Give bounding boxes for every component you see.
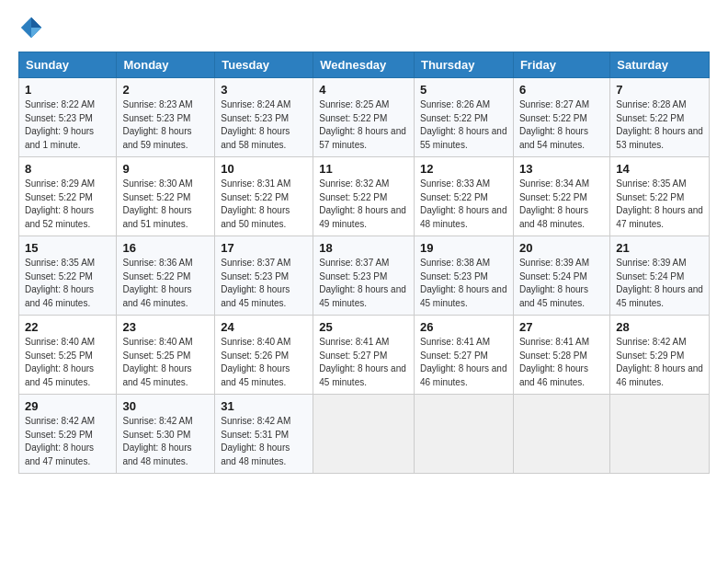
day-number: 15 xyxy=(25,241,110,255)
calendar-cell: 13Sunrise: 8:34 AM Sunset: 5:22 PM Dayli… xyxy=(513,157,609,236)
day-number: 9 xyxy=(122,162,209,176)
calendar-cell: 24Sunrise: 8:40 AM Sunset: 5:26 PM Dayli… xyxy=(215,316,313,395)
day-number: 5 xyxy=(420,83,507,97)
day-number: 25 xyxy=(319,320,408,334)
calendar-table: SundayMondayTuesdayWednesdayThursdayFrid… xyxy=(18,52,710,474)
calendar-cell: 18Sunrise: 8:37 AM Sunset: 5:23 PM Dayli… xyxy=(313,236,415,316)
calendar-cell: 31Sunrise: 8:42 AM Sunset: 5:31 PM Dayli… xyxy=(215,395,313,474)
day-info: Sunrise: 8:23 AM Sunset: 5:23 PM Dayligh… xyxy=(122,98,209,152)
calendar-cell: 20Sunrise: 8:39 AM Sunset: 5:24 PM Dayli… xyxy=(513,236,609,316)
calendar-header-sunday: Sunday xyxy=(19,52,117,78)
day-number: 12 xyxy=(420,162,507,176)
calendar-week-5: 29Sunrise: 8:42 AM Sunset: 5:29 PM Dayli… xyxy=(19,395,710,474)
calendar-cell xyxy=(414,395,513,474)
calendar-cell: 14Sunrise: 8:35 AM Sunset: 5:22 PM Dayli… xyxy=(610,157,710,236)
day-number: 26 xyxy=(420,320,507,334)
day-info: Sunrise: 8:40 AM Sunset: 5:25 PM Dayligh… xyxy=(122,336,209,389)
day-number: 22 xyxy=(25,320,110,334)
day-info: Sunrise: 8:31 AM Sunset: 5:22 PM Dayligh… xyxy=(221,178,307,231)
day-info: Sunrise: 8:37 AM Sunset: 5:23 PM Dayligh… xyxy=(221,257,307,310)
calendar-week-4: 22Sunrise: 8:40 AM Sunset: 5:25 PM Dayli… xyxy=(19,316,710,395)
day-number: 6 xyxy=(519,83,604,97)
calendar-header-tuesday: Tuesday xyxy=(215,52,313,78)
day-info: Sunrise: 8:22 AM Sunset: 5:23 PM Dayligh… xyxy=(25,98,110,152)
calendar-header-friday: Friday xyxy=(513,52,609,78)
day-number: 18 xyxy=(319,241,408,255)
day-number: 13 xyxy=(519,162,604,176)
day-info: Sunrise: 8:40 AM Sunset: 5:25 PM Dayligh… xyxy=(25,336,110,389)
calendar-cell: 12Sunrise: 8:33 AM Sunset: 5:22 PM Dayli… xyxy=(414,157,513,236)
day-info: Sunrise: 8:36 AM Sunset: 5:22 PM Dayligh… xyxy=(122,257,209,310)
logo-icon xyxy=(18,15,44,40)
day-number: 11 xyxy=(319,162,408,176)
day-info: Sunrise: 8:41 AM Sunset: 5:27 PM Dayligh… xyxy=(420,336,507,389)
calendar-cell xyxy=(610,395,710,474)
day-number: 28 xyxy=(616,320,703,334)
calendar-cell: 19Sunrise: 8:38 AM Sunset: 5:23 PM Dayli… xyxy=(414,236,513,316)
day-number: 27 xyxy=(519,320,604,334)
day-info: Sunrise: 8:32 AM Sunset: 5:22 PM Dayligh… xyxy=(319,178,408,231)
calendar-cell: 4Sunrise: 8:25 AM Sunset: 5:22 PM Daylig… xyxy=(313,78,415,157)
day-info: Sunrise: 8:35 AM Sunset: 5:22 PM Dayligh… xyxy=(25,257,110,310)
day-info: Sunrise: 8:28 AM Sunset: 5:22 PM Dayligh… xyxy=(616,98,703,152)
day-info: Sunrise: 8:39 AM Sunset: 5:24 PM Dayligh… xyxy=(616,257,703,310)
calendar-cell: 7Sunrise: 8:28 AM Sunset: 5:22 PM Daylig… xyxy=(610,78,710,157)
day-number: 14 xyxy=(616,162,703,176)
day-number: 10 xyxy=(221,162,307,176)
day-number: 16 xyxy=(122,241,209,255)
calendar-cell: 16Sunrise: 8:36 AM Sunset: 5:22 PM Dayli… xyxy=(117,236,215,316)
day-number: 30 xyxy=(122,399,209,413)
calendar-cell: 5Sunrise: 8:26 AM Sunset: 5:22 PM Daylig… xyxy=(414,78,513,157)
day-info: Sunrise: 8:35 AM Sunset: 5:22 PM Dayligh… xyxy=(616,178,703,231)
day-info: Sunrise: 8:33 AM Sunset: 5:22 PM Dayligh… xyxy=(420,178,507,231)
calendar-cell: 22Sunrise: 8:40 AM Sunset: 5:25 PM Dayli… xyxy=(19,316,117,395)
calendar-header-thursday: Thursday xyxy=(414,52,513,78)
logo xyxy=(18,15,48,40)
day-info: Sunrise: 8:41 AM Sunset: 5:28 PM Dayligh… xyxy=(519,336,604,389)
calendar-week-1: 1Sunrise: 8:22 AM Sunset: 5:23 PM Daylig… xyxy=(19,78,710,157)
svg-marker-1 xyxy=(31,17,41,28)
day-info: Sunrise: 8:26 AM Sunset: 5:22 PM Dayligh… xyxy=(420,98,507,152)
day-info: Sunrise: 8:42 AM Sunset: 5:29 PM Dayligh… xyxy=(616,336,703,389)
day-number: 1 xyxy=(25,83,110,97)
day-info: Sunrise: 8:40 AM Sunset: 5:26 PM Dayligh… xyxy=(221,336,307,389)
calendar-header-wednesday: Wednesday xyxy=(313,52,415,78)
day-number: 24 xyxy=(221,320,307,334)
calendar-cell: 11Sunrise: 8:32 AM Sunset: 5:22 PM Dayli… xyxy=(313,157,415,236)
day-number: 29 xyxy=(25,399,110,413)
day-info: Sunrise: 8:42 AM Sunset: 5:29 PM Dayligh… xyxy=(25,415,110,468)
day-info: Sunrise: 8:30 AM Sunset: 5:22 PM Dayligh… xyxy=(122,178,209,231)
day-number: 2 xyxy=(122,83,209,97)
day-number: 3 xyxy=(221,83,307,97)
calendar-header-monday: Monday xyxy=(117,52,215,78)
day-number: 23 xyxy=(122,320,209,334)
day-number: 4 xyxy=(319,83,408,97)
calendar-cell: 27Sunrise: 8:41 AM Sunset: 5:28 PM Dayli… xyxy=(513,316,609,395)
calendar-cell: 17Sunrise: 8:37 AM Sunset: 5:23 PM Dayli… xyxy=(215,236,313,316)
calendar-cell: 29Sunrise: 8:42 AM Sunset: 5:29 PM Dayli… xyxy=(19,395,117,474)
day-number: 19 xyxy=(420,241,507,255)
calendar-cell: 8Sunrise: 8:29 AM Sunset: 5:22 PM Daylig… xyxy=(19,157,117,236)
calendar-cell: 2Sunrise: 8:23 AM Sunset: 5:23 PM Daylig… xyxy=(117,78,215,157)
day-info: Sunrise: 8:39 AM Sunset: 5:24 PM Dayligh… xyxy=(519,257,604,310)
svg-marker-2 xyxy=(31,28,41,38)
header xyxy=(18,15,710,40)
day-info: Sunrise: 8:24 AM Sunset: 5:23 PM Dayligh… xyxy=(221,98,307,152)
day-info: Sunrise: 8:27 AM Sunset: 5:22 PM Dayligh… xyxy=(519,98,604,152)
calendar-cell: 23Sunrise: 8:40 AM Sunset: 5:25 PM Dayli… xyxy=(117,316,215,395)
calendar-cell: 6Sunrise: 8:27 AM Sunset: 5:22 PM Daylig… xyxy=(513,78,609,157)
calendar-cell: 1Sunrise: 8:22 AM Sunset: 5:23 PM Daylig… xyxy=(19,78,117,157)
calendar-cell xyxy=(313,395,415,474)
calendar-cell: 28Sunrise: 8:42 AM Sunset: 5:29 PM Dayli… xyxy=(610,316,710,395)
day-info: Sunrise: 8:34 AM Sunset: 5:22 PM Dayligh… xyxy=(519,178,604,231)
calendar-cell: 21Sunrise: 8:39 AM Sunset: 5:24 PM Dayli… xyxy=(610,236,710,316)
day-info: Sunrise: 8:29 AM Sunset: 5:22 PM Dayligh… xyxy=(25,178,110,231)
page: SundayMondayTuesdayWednesdayThursdayFrid… xyxy=(0,0,728,563)
day-number: 21 xyxy=(616,241,703,255)
day-info: Sunrise: 8:42 AM Sunset: 5:31 PM Dayligh… xyxy=(221,415,307,468)
day-info: Sunrise: 8:37 AM Sunset: 5:23 PM Dayligh… xyxy=(319,257,408,310)
day-info: Sunrise: 8:41 AM Sunset: 5:27 PM Dayligh… xyxy=(319,336,408,389)
calendar-week-3: 15Sunrise: 8:35 AM Sunset: 5:22 PM Dayli… xyxy=(19,236,710,316)
day-info: Sunrise: 8:38 AM Sunset: 5:23 PM Dayligh… xyxy=(420,257,507,310)
calendar-week-2: 8Sunrise: 8:29 AM Sunset: 5:22 PM Daylig… xyxy=(19,157,710,236)
